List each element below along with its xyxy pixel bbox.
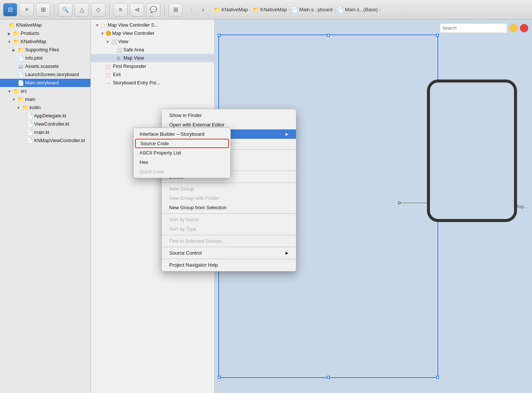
breadcrumb-sep-3: › [379,7,381,12]
tree-label-map-view: Map View [123,56,144,61]
tree-item-exit[interactable]: ⬚Exit [91,70,214,79]
menu-sep-sep5 [162,235,296,235]
arrow-knativemap: ▼ [7,40,12,44]
icon-supporting-files: 📁 [17,47,24,53]
canvas-toolbar [440,23,528,33]
sidebar-item-appdelegate[interactable]: 📄AppDelegate.kt [0,112,90,120]
arrow-supporting-files: ▶ [12,48,16,52]
tree-icon-first-responder: ⬚ [106,64,112,69]
toolbar: ⊟ ✕ ⊞ 🔍 △ ◇ ≡ ⊲ 💬 ⊞ ‹ › 📁 KNativeMap › 📁… [0,0,532,20]
sidebar-item-assets[interactable]: 🗂Assets.xcassets [0,62,90,70]
label-info-plist: Info.plist [25,56,43,61]
arrow-main-group: ▼ [12,98,16,102]
nav-forward-btn[interactable]: › [198,4,208,15]
sidebar-item-kotlin[interactable]: ▼📁kotlin [0,104,90,112]
icon-main-kt: 📄 [26,129,33,135]
handle-bl [218,376,221,379]
menu-arrow-open-as: ▶ [286,132,289,136]
sidebar-item-knmapvc[interactable]: 📄KNMapViewController.kt [0,136,90,145]
handle-tr [436,34,439,37]
toolbar-btn-chat[interactable]: 💬 [146,3,161,16]
tree-item-map-view[interactable]: ⊞Map View [91,54,214,62]
tree-item-first-responder[interactable]: ⬚First Responder [91,62,214,70]
canvas-red-btn[interactable] [520,24,528,32]
submenu-item-source-code[interactable]: Source Code [135,139,229,148]
sidebar-item-launchscreen[interactable]: 📄LaunchScreen.storyboard [0,70,90,79]
icon-kotlin: 📁 [22,105,29,111]
icon-launchscreen: 📄 [17,72,24,78]
breadcrumb-icon-3: 📄 [337,7,344,13]
menu-label-sort-name: Sort by Name [169,217,199,222]
tree-item-map-vc-scene[interactable]: ▼⬚Map View Controller S... [91,21,214,29]
toolbar-btn-diamond[interactable]: ◇ [91,3,105,16]
sidebar: 📁KNativeMap▶📁Products▼📁KNativeMap▶📁Suppo… [0,20,91,393]
menu-arrow-source-control: ▶ [286,251,289,255]
tree-item-storyboard-entry[interactable]: →Storyboard Entry Poi... [91,79,214,87]
menu-sep-sep4 [162,213,296,214]
tree-label-safe-area: Safe Area [123,47,144,52]
tree-label-storyboard-entry: Storyboard Entry Poi... [113,80,160,86]
sidebar-item-supporting-files[interactable]: ▶📁Supporting Files [0,46,90,54]
menu-item-new-group-selection[interactable]: New Group from Selection [162,203,296,212]
menu-item-project-help[interactable]: Project Navigator Help [162,260,296,270]
breadcrumb-item-2[interactable]: 📄 Main.s...yboard [292,7,333,13]
toolbar-btn-search[interactable]: 🔍 [58,3,72,16]
handle-tm [327,34,330,37]
breadcrumb-item-1[interactable]: 📁 KNativeMap [252,7,287,13]
submenu-item-quick-look: Quick Look [134,167,230,176]
toolbar-btn-grid2[interactable]: ⊞ [168,3,183,16]
sidebar-item-main-storyboard[interactable]: 📄Main.storyboard [0,79,90,87]
breadcrumb-item-0[interactable]: 📁 KNativeMap [213,7,248,13]
tree-item-map-vc[interactable]: ▼Map View Controller [91,29,214,38]
submenu-item-ascii-plist[interactable]: ASCII Property List [134,148,230,158]
label-knmapvc: KNMapViewController.kt [34,138,85,143]
handle-tl [218,34,221,37]
menu-sep-sep3 [162,183,296,183]
tree-icon-map-view: ⊞ [116,56,122,61]
icon-knmapvc: 📄 [26,138,33,144]
breadcrumb-item-3[interactable]: 📄 Main.s...(Base) [337,7,378,13]
nav-back-btn[interactable]: ‹ [186,4,197,15]
sidebar-item-src[interactable]: ▼📁src [0,87,90,95]
toolbar-btn-list[interactable]: ≡ [113,3,128,16]
toolbar-btn-stop[interactable]: ✕ [20,3,34,16]
sidebar-item-knativemap-root[interactable]: 📁KNativeMap [0,21,90,29]
toolbar-btn-tag[interactable]: ⊲ [130,3,144,16]
label-products: Products [21,31,39,36]
submenu-item-ib-storyboard[interactable]: Interface Builder – Storyboard [134,129,230,139]
menu-label-find-groups: Find in Selected Groups... [169,238,225,244]
tree-icon-exit: ⬚ [106,72,112,78]
phone-mockup [427,80,517,222]
menu-item-new-group-folder: New Group with Folder [162,194,296,203]
tree-icon-storyboard-entry: → [106,80,112,86]
menu-label-sort-type: Sort by Type [169,226,197,232]
canvas-yellow-btn[interactable] [509,24,518,32]
sidebar-item-products[interactable]: ▶📁Products [0,29,90,38]
menu-item-source-control[interactable]: Source Control▶ [162,248,296,258]
toolbar-btn-home[interactable]: ⊟ [3,3,17,16]
label-appdelegate: AppDelegate.kt [34,113,66,118]
tree-item-view[interactable]: ▼⬜View [91,38,214,46]
canvas-search-input[interactable] [440,23,507,33]
sidebar-item-viewcontroller[interactable]: 📄ViewController.kt [0,120,90,128]
breadcrumb: 📁 KNativeMap › 📁 KNativeMap › 📄 Main.s..… [213,7,381,13]
toolbar-btn-grid[interactable]: ⊞ [36,3,50,16]
icon-main-group: 📁 [17,96,24,102]
label-knativemap-root: KNativeMap [16,22,42,28]
toolbar-btn-warn[interactable]: △ [75,3,89,16]
menu-sep-sep6 [162,247,296,247]
sidebar-item-main-kt[interactable]: 📄main.kt [0,128,90,136]
menu-sep-sep7 [162,259,296,259]
toolbar-nav: ‹ › [186,4,208,15]
submenu: Interface Builder – StoryboardSource Cod… [133,128,231,178]
sidebar-item-main-group[interactable]: ▼📁main [0,95,90,104]
tree-icon-view: ⬜ [111,39,117,45]
menu-label-new-group-folder: New Group with Folder [169,195,219,201]
submenu-item-hex[interactable]: Hex [134,158,230,167]
tree-item-safe-area[interactable]: ⬜Safe Area [91,46,214,54]
sidebar-item-info-plist[interactable]: 📄Info.plist [0,54,90,62]
menu-item-show-finder[interactable]: Show in Finder [162,111,296,120]
breadcrumb-label-1: KNativeMap [260,7,287,12]
icon-knativemap-root: 📁 [8,22,15,28]
sidebar-item-knativemap[interactable]: ▼📁KNativeMap [0,38,90,46]
